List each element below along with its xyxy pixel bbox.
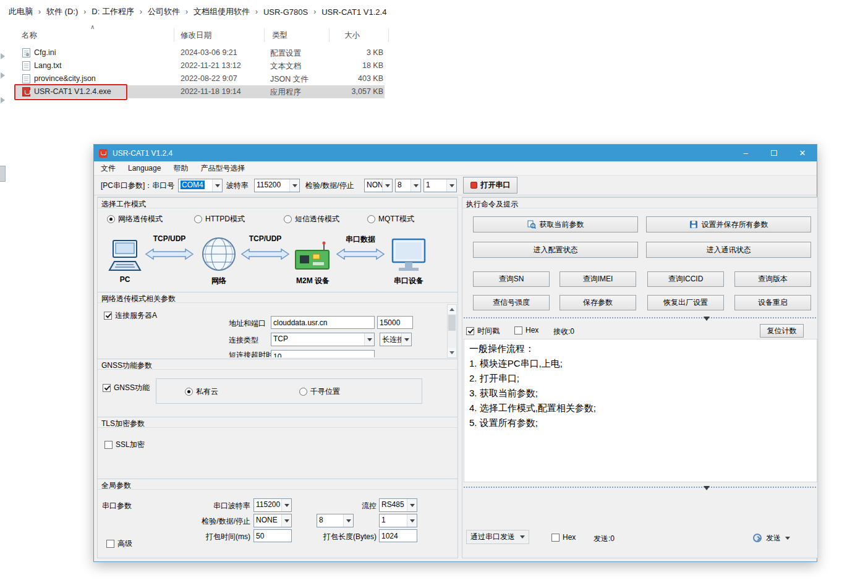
double-arrow-icon [145, 247, 194, 261]
dropdown-caret-icon [382, 179, 392, 192]
breadcrumb-item-doc-team-software[interactable]: 文档组使用软件 [191, 6, 252, 17]
save-params-button[interactable]: 保存参数 [560, 295, 636, 310]
file-row-province-city-json[interactable]: province&city.json 2022-08-22 9:07 JSON … [15, 72, 385, 85]
splitter-handle-icon[interactable] [704, 486, 710, 490]
global-parity-select[interactable]: NONE [253, 514, 292, 527]
scroll-up-icon[interactable] [448, 305, 456, 314]
scrollbar-thumb[interactable] [448, 315, 456, 331]
checkbox-receive-hex[interactable]: Hex [514, 326, 538, 334]
column-header-type[interactable]: 类型 [272, 30, 287, 41]
reset-count-button[interactable]: 复位计数 [760, 324, 804, 338]
stopbits-select[interactable]: 1 [423, 179, 457, 192]
set-save-all-params-button[interactable]: 设置并保存所有参数 [646, 216, 811, 232]
command-panel: 执行命令及提示 获取当前参数 设置并保存所有参数 进入配置状态 [462, 197, 818, 558]
global-baud-select[interactable]: 115200 [253, 498, 292, 512]
factory-reset-button[interactable]: 恢复出厂设置 [647, 295, 724, 310]
scroll-down-icon[interactable] [448, 348, 456, 357]
radio-httpd-mode[interactable]: HTTPD模式 [194, 214, 245, 224]
baud-select[interactable]: 115200 [254, 179, 300, 192]
receive-splitter[interactable] [464, 317, 816, 318]
radio-unchecked-icon [194, 215, 202, 223]
column-header-name[interactable]: 名称 [22, 30, 37, 41]
radio-sms-mode[interactable]: 短信透传模式 [284, 214, 339, 224]
short-conn-timeout-input[interactable] [271, 350, 375, 357]
column-header-date[interactable]: 修改日期 [181, 30, 211, 41]
send-via-serial-dropdown[interactable]: 通过串口发送 [466, 530, 529, 544]
tree-expander-icon[interactable] [1, 53, 5, 59]
column-divider[interactable] [264, 28, 265, 42]
pack-length-input[interactable] [379, 529, 417, 542]
checkbox-ssl[interactable]: SSL加密 [104, 440, 145, 450]
flow-control-value: RS485 [380, 499, 407, 511]
dropdown-caret-icon [411, 179, 420, 192]
send-count: 发送:0 [594, 534, 615, 544]
close-button[interactable]: ✕ [788, 145, 817, 161]
breadcrumb-item-usr-cat1[interactable]: USR-CAT1 V1.2.4 [319, 7, 389, 17]
receive-log-area[interactable]: 一般操作流程： 1. 模块连PC串口,上电; 2. 打开串口; 3. 获取当前参… [464, 339, 817, 482]
diagram-serial-device-label: 串口设备 [390, 276, 427, 286]
double-arrow-icon [334, 247, 386, 261]
databits-select[interactable]: 8 [395, 179, 421, 192]
file-date: 2024-03-06 9:21 [181, 48, 237, 57]
breadcrumb-item-work-programs[interactable]: D: 工作程序 [89, 6, 137, 17]
file-row-lang-txt[interactable]: Lang.txt 2022-11-21 13:12 文本文档 18 KB [15, 59, 385, 72]
column-divider[interactable] [329, 28, 330, 42]
maximize-button[interactable] [760, 145, 788, 161]
tree-expander-icon[interactable] [1, 72, 5, 79]
column-divider[interactable] [174, 28, 174, 42]
checkbox-unchecked-icon [106, 540, 114, 548]
tree-expander-icon[interactable] [1, 97, 5, 103]
breadcrumb-item-company-software[interactable]: 公司软件 [145, 6, 182, 17]
radio-net-transparent-mode[interactable]: 网络透传模式 [107, 214, 163, 224]
breadcrumb-item-usr-g780s[interactable]: USR-G780S [261, 7, 310, 17]
parity-select[interactable]: NONI [364, 179, 393, 192]
server-port-input[interactable] [377, 316, 413, 329]
menu-language[interactable]: Language [128, 164, 161, 173]
splitter-handle-icon[interactable] [704, 317, 710, 321]
server-address-input[interactable] [271, 316, 375, 329]
com-port-select[interactable]: COM4 [178, 179, 223, 192]
query-sn-button[interactable]: 查询SN [473, 271, 550, 287]
left-scrollbar-fragment[interactable] [0, 166, 6, 182]
breadcrumb-item-this-pc[interactable]: 此电脑 [6, 6, 35, 17]
query-version-button[interactable]: 查询版本 [734, 271, 811, 287]
global-databits-select[interactable]: 8 [317, 514, 354, 527]
get-current-params-button[interactable]: 获取当前参数 [473, 216, 638, 232]
breadcrumb-separator-icon: › [35, 7, 44, 16]
checkbox-gnss-enable[interactable]: GNSS功能 [103, 383, 150, 393]
net-params-scrollbar[interactable] [447, 304, 457, 358]
send-button[interactable]: 发送 [753, 531, 790, 545]
device-restart-button[interactable]: 设备重启 [734, 295, 811, 310]
radio-mqtt-mode[interactable]: MQTT模式 [367, 214, 414, 224]
menu-file[interactable]: 文件 [101, 163, 116, 174]
pack-time-input[interactable] [253, 529, 292, 542]
checkbox-send-hex[interactable]: Hex [551, 533, 576, 542]
menu-help[interactable]: 帮助 [173, 163, 188, 174]
radio-qianxun[interactable]: 千寻位置 [299, 386, 340, 397]
query-iccid-button[interactable]: 查询ICCID [647, 271, 724, 287]
checkbox-connect-server-a[interactable]: 连接服务器A [104, 310, 157, 321]
flow-control-select[interactable]: RS485 [379, 498, 417, 512]
checkbox-timestamp[interactable]: 时间戳 [466, 326, 500, 336]
window-titlebar[interactable]: USR-CAT1 V1.2.4 – ✕ [94, 145, 817, 161]
breadcrumb-item-drive-d[interactable]: 软件 (D:) [44, 6, 80, 17]
radio-private-cloud[interactable]: 私有云 [185, 386, 218, 397]
open-port-button[interactable]: 打开串口 [463, 177, 517, 194]
minimize-button[interactable]: – [731, 145, 760, 161]
conn-mode-select[interactable]: 长连接 [380, 333, 412, 346]
maximize-icon [771, 150, 777, 156]
checkbox-advanced[interactable]: 高级 [106, 539, 132, 549]
menu-model-select[interactable]: 产品型号选择 [200, 163, 245, 174]
conn-type-select[interactable]: TCP [271, 333, 375, 346]
file-row-cfg-ini[interactable]: Cfg.ini 2024-03-06 9:21 配置设置 3 KB [15, 46, 385, 59]
serial-params-label: 串口参数 [102, 501, 132, 511]
column-divider[interactable] [388, 28, 389, 42]
enter-config-state-button[interactable]: 进入配置状态 [473, 242, 638, 258]
global-stopbits-select[interactable]: 1 [379, 514, 417, 527]
query-signal-button[interactable]: 查信号强度 [473, 295, 550, 310]
column-header-size[interactable]: 大小 [344, 30, 360, 41]
send-splitter[interactable] [464, 487, 816, 488]
query-imei-button[interactable]: 查询IMEI [560, 271, 636, 287]
enter-comm-state-button[interactable]: 进入通讯状态 [646, 242, 811, 258]
log-line: 1. 模块连PC串口,上电; [469, 358, 563, 370]
